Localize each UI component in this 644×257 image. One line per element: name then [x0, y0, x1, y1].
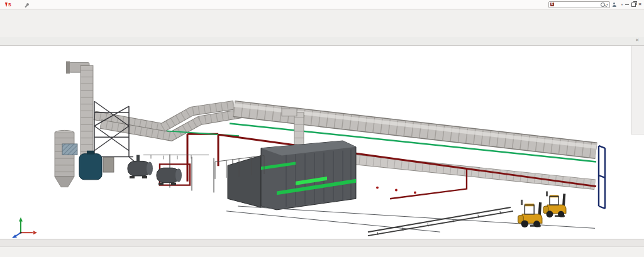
sign-in-icon[interactable] — [613, 5, 616, 7]
solidworks-window: S S ▾ ▾ × ✕ — [0, 0, 644, 257]
forklift-rear — [543, 191, 566, 217]
transfer-ducts — [94, 105, 244, 136]
blue-tank — [79, 154, 102, 180]
blue-tank-neck — [87, 151, 94, 155]
conveyor-rails — [368, 207, 513, 236]
furnace-duct — [282, 109, 304, 145]
search-box[interactable]: S ▾ — [548, 1, 610, 8]
scrubber-tower — [55, 130, 77, 187]
end-frame — [599, 146, 605, 209]
titlebar-right-cluster: S ▾ ▾ × — [548, 1, 641, 8]
graphics-viewport[interactable] — [0, 46, 644, 239]
close-button[interactable]: × — [638, 2, 641, 7]
feed-pipe — [143, 155, 209, 160]
search-input[interactable] — [555, 2, 599, 7]
search-icon[interactable] — [601, 3, 605, 7]
coordinate-triad — [12, 217, 37, 238]
search-scope-icon: S — [550, 3, 554, 6]
render-tools-ribbon — [0, 9, 644, 37]
restore-button[interactable] — [631, 3, 636, 7]
command-manager-tab-row: ✕ — [0, 37, 644, 46]
furnace-enclosure — [228, 141, 356, 210]
pin-icon[interactable] — [26, 3, 30, 6]
red-valves — [376, 187, 416, 194]
minimize-button[interactable] — [625, 4, 629, 5]
3d-model-industrial-plant — [0, 46, 644, 239]
solidworks-logo: S — [2, 3, 13, 7]
search-dropdown-icon[interactable]: ▾ — [606, 3, 608, 6]
solidworks-logo-icon — [1, 3, 7, 7]
help-menu-arrow-icon[interactable]: ▾ — [621, 3, 623, 6]
titlebar: S S ▾ ▾ × — [0, 0, 644, 9]
brand-text: S — [8, 3, 13, 7]
pane-close-icon[interactable]: ✕ — [635, 38, 639, 43]
forklift-front — [518, 200, 542, 227]
docked-bottom-toolbar — [0, 246, 644, 257]
gray-hopper — [103, 158, 114, 173]
configuration-tab-bar — [0, 239, 644, 246]
task-pane-strip — [631, 46, 644, 134]
